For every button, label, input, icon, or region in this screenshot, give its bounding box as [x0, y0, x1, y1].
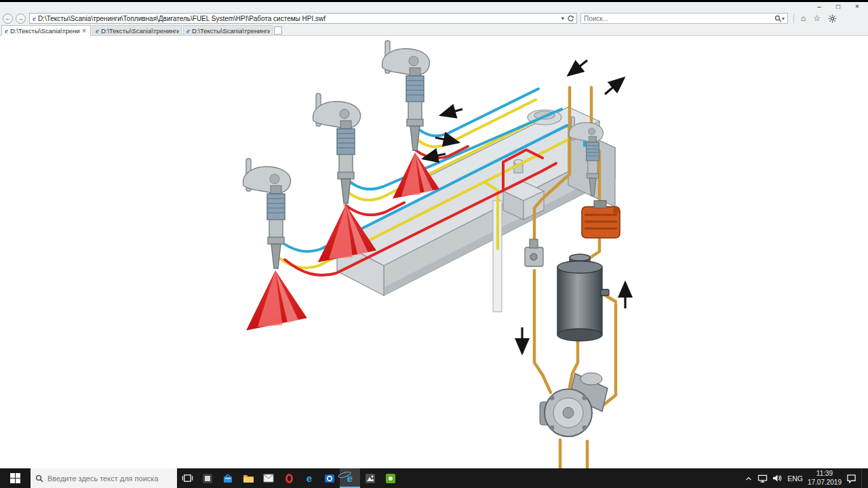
page-content: [0, 36, 868, 468]
back-button[interactable]: ←: [3, 14, 13, 24]
file-explorer-icon: [243, 473, 254, 483]
pinned-app-mail[interactable]: [258, 468, 279, 488]
windows-logo-icon: [10, 473, 20, 483]
action-center-icon[interactable]: [846, 474, 856, 483]
store-icon: [222, 473, 233, 484]
ie-favicon: e: [33, 14, 36, 22]
address-bar-row: ← → e ▾ ▾ ⌂ ☆: [0, 12, 868, 24]
address-field[interactable]: e ▾: [29, 13, 577, 24]
pinned-app-2[interactable]: [380, 468, 401, 488]
clock[interactable]: 11:39 17.07.2019: [808, 470, 842, 487]
opera-icon: [285, 474, 293, 483]
search-field[interactable]: ▾: [580, 13, 788, 24]
tab-scania-3[interactable]: e D:\Тексты\Scania\тренинги\Т...: [183, 25, 273, 36]
search-icon[interactable]: [774, 15, 782, 22]
tab-hpi-system[interactable]: e D:\Тексты\Scania\тренинг... ×: [1, 25, 91, 36]
desktop-screen: – □ × ← → e ▾ ▾: [0, 0, 868, 488]
mail-icon: [263, 474, 274, 483]
tab-scania-2[interactable]: e D:\Тексты\Scania\тренинги\О...: [92, 25, 182, 36]
address-input[interactable]: [38, 14, 561, 23]
clock-time: 11:39: [808, 470, 842, 479]
fuel-pump: [540, 373, 608, 436]
tab-bar: e D:\Тексты\Scania\тренинг... × e D:\Тек…: [0, 24, 868, 36]
settings-gear-icon[interactable]: [828, 14, 837, 23]
injector-2: [313, 94, 361, 203]
fuel-system-diagram: [0, 36, 868, 468]
new-tab-button[interactable]: [274, 26, 282, 35]
show-desktop-button[interactable]: [861, 468, 864, 488]
pinned-app-edge[interactable]: e: [299, 468, 319, 488]
taskbar: e e: [0, 468, 868, 488]
clock-date: 17.07.2019: [808, 479, 842, 487]
favorites-star-icon[interactable]: ☆: [813, 13, 821, 24]
overflow-valve: [525, 239, 543, 266]
maximize-button[interactable]: □: [829, 2, 848, 12]
taskbar-internet-explorer-active[interactable]: e: [340, 468, 360, 488]
tab-favicon: e: [186, 26, 190, 35]
pinned-app-photos[interactable]: [360, 468, 380, 488]
address-dropdown-icon[interactable]: ▾: [561, 15, 564, 22]
browser-search-input[interactable]: [584, 14, 774, 23]
forward-button[interactable]: →: [16, 14, 26, 24]
pinned-app-outlook[interactable]: [319, 468, 340, 488]
fuel-filter: [557, 254, 609, 341]
minimize-button[interactable]: –: [810, 2, 829, 12]
pinned-app-icon-2: [385, 473, 396, 484]
tab-label: D:\Тексты\Scania\тренинг...: [10, 27, 80, 35]
start-button[interactable]: [0, 468, 31, 488]
refresh-icon[interactable]: [567, 15, 574, 22]
pinned-app-explorer[interactable]: [238, 468, 258, 488]
tab-favicon: e: [96, 26, 99, 35]
close-button[interactable]: ×: [848, 2, 867, 12]
taskbar-search-box[interactable]: [31, 468, 177, 488]
fuel-shutoff-valve: [582, 201, 620, 238]
pinned-app-icon-1: [202, 473, 213, 484]
window-controls: – □ ×: [810, 2, 867, 12]
injector-3: [243, 159, 291, 268]
tab-label: D:\Тексты\Scania\тренинги\О...: [101, 27, 179, 35]
pinned-app-opera[interactable]: [279, 468, 299, 488]
tab-close-icon[interactable]: ×: [80, 27, 88, 35]
tray-chevron-up-icon[interactable]: [745, 475, 753, 482]
system-tray: ENG 11:39 17.07.2019: [745, 468, 868, 488]
taskbar-search-input[interactable]: [47, 474, 167, 483]
volume-icon[interactable]: [772, 474, 783, 483]
language-indicator[interactable]: ENG: [787, 474, 803, 483]
home-icon[interactable]: ⌂: [801, 13, 806, 24]
outlook-icon: [324, 473, 335, 484]
search-dropdown-icon[interactable]: ▾: [782, 16, 785, 22]
pinned-app-store[interactable]: [218, 468, 238, 488]
photos-icon: [365, 473, 376, 484]
task-view-icon: [182, 472, 193, 484]
pinned-app-1[interactable]: [197, 468, 218, 488]
tab-favicon: e: [5, 26, 8, 35]
edge-icon: e: [307, 473, 312, 483]
injector-1: [382, 41, 430, 150]
network-icon[interactable]: [757, 474, 768, 483]
browser-titlebar: – □ ×: [0, 2, 868, 12]
toolbar-separator: [793, 14, 794, 23]
task-view-button[interactable]: [177, 468, 197, 488]
spray-3: [246, 270, 307, 330]
tab-label: D:\Тексты\Scania\тренинги\Т...: [192, 27, 270, 35]
search-icon: [35, 474, 43, 483]
